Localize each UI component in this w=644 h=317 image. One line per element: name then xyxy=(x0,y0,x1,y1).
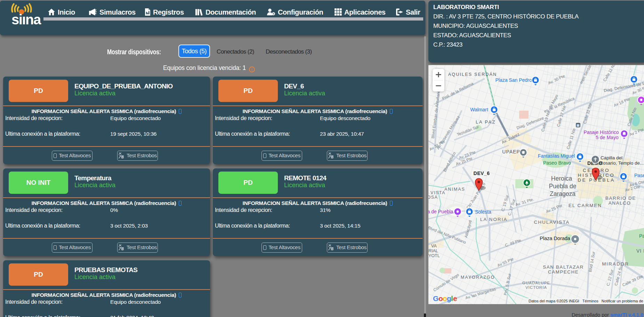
svg-text:AQUILES SERDÁN: AQUILES SERDÁN xyxy=(448,72,497,77)
svg-text:5 de Mayo: 5 de Mayo xyxy=(596,135,619,140)
svg-text:Rosario, Templo de...: Rosario, Templo de... xyxy=(599,160,644,166)
svg-text:É VISTA: É VISTA xyxy=(428,190,445,195)
svg-text:CAMPECHE: CAMPECHE xyxy=(548,269,579,275)
svg-text:Heroica: Heroica xyxy=(551,175,572,182)
svg-text:Parque E: Parque E xyxy=(639,233,644,239)
svg-text:UPAEP: UPAEP xyxy=(502,149,520,154)
svg-text:YOTL: YOTL xyxy=(428,253,440,258)
svg-text:l: l xyxy=(451,294,453,302)
svg-text:Fantasías Miguel: Fantasías Miguel xyxy=(538,153,575,159)
svg-text:LA PAZ: LA PAZ xyxy=(476,119,496,125)
svg-text:G: G xyxy=(433,294,438,302)
svg-text:Pasaje Histórico: Pasaje Histórico xyxy=(583,129,619,135)
svg-text:VICTORIA: VICTORIA xyxy=(525,285,547,290)
svg-text:ANALCO: ANALCO xyxy=(609,200,631,206)
svg-text:▩: ▩ xyxy=(577,124,580,127)
svg-text:g: g xyxy=(447,294,451,302)
svg-text:VA: VA xyxy=(431,244,437,248)
svg-text:GUADALUPE: GUADALUPE xyxy=(522,281,550,285)
svg-text:Paseo Bravo: Paseo Bravo xyxy=(543,160,571,166)
svg-text:Capilla del: Capilla del xyxy=(601,155,622,160)
svg-text:BARRIO DE: BARRIO DE xyxy=(605,196,636,201)
svg-text:Datos del mapa ©2025 INEGI T: Datos del mapa ©2025 INEGI Términos Noti… xyxy=(529,299,644,303)
svg-text:LA NORIA: LA NORIA xyxy=(480,217,507,222)
svg-text:RIAL: RIAL xyxy=(428,248,438,253)
svg-text:SAN BALTAZAR: SAN BALTAZAR xyxy=(543,264,583,270)
svg-text:o: o xyxy=(443,294,447,302)
svg-text:ANIMAS: ANIMAS xyxy=(444,187,465,192)
svg-text:siına: siına xyxy=(11,12,41,27)
svg-text:MAYORAZGO: MAYORAZGO xyxy=(461,275,495,280)
svg-text:Walmart: Walmart xyxy=(470,107,488,112)
svg-text:Solesta: Solesta xyxy=(475,209,491,215)
svg-text:Paseo: Paseo xyxy=(634,173,644,178)
svg-text:o: o xyxy=(438,294,443,302)
svg-text:CHULAVISTA: CHULAVISTA xyxy=(534,220,570,225)
svg-text:Zaragoza: Zaragoza xyxy=(550,190,575,197)
svg-text:a de Puebla: a de Puebla xyxy=(428,209,453,214)
svg-text:EL CARMEN: EL CARMEN xyxy=(569,203,602,208)
svg-text:Puebla de: Puebla de xyxy=(549,183,577,190)
svg-text:Plaza San Pedro: Plaza San Pedro xyxy=(495,77,532,83)
svg-text:DEV_6: DEV_6 xyxy=(474,171,490,176)
svg-text:Plaza Dorada: Plaza Dorada xyxy=(540,236,571,241)
svg-text:MIRADOR: MIRADOR xyxy=(602,261,629,267)
svg-text:e: e xyxy=(453,294,457,302)
svg-text:OSA: OSA xyxy=(428,195,438,200)
svg-text:VI RE: VI RE xyxy=(636,248,644,254)
